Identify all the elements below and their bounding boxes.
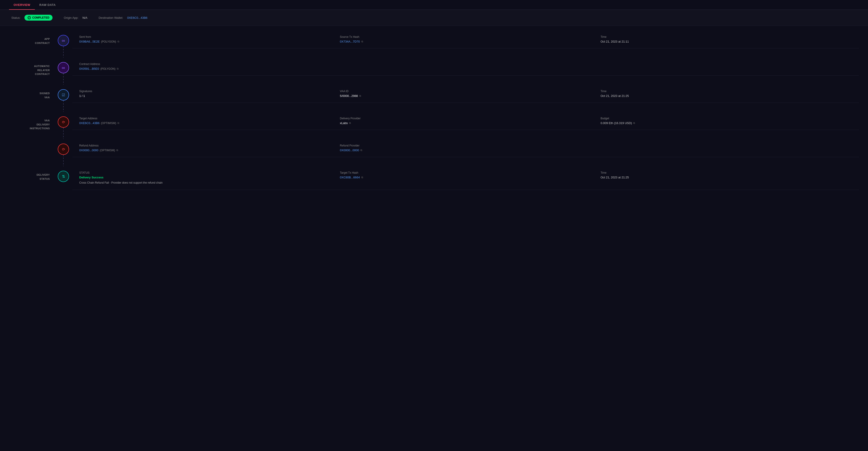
- tab-overview[interactable]: OVERVIEW: [9, 0, 35, 10]
- connector-line-vaa-delivery-1: [63, 128, 64, 139]
- content-title-delivery-status-0: STATUS: [79, 171, 338, 174]
- content-section-auto-relayer-contract-1: [340, 62, 598, 70]
- timeline-row-vaa-delivery-2: ⟳Refund Address0X0000...0000 (OPTIMISM) …: [9, 139, 859, 166]
- status-label: Status:: [11, 16, 20, 20]
- timeline-icon-signed-vaa: ☑: [58, 89, 69, 100]
- content-value-vaa-delivery-1-2: 0.009 Eth (16.319 USD) ⧉: [601, 121, 859, 125]
- content-value-vaa-delivery-2-0[interactable]: 0X0000...0000 (OPTIMISM) ⧉: [79, 149, 338, 152]
- timeline-icon-col-signed-vaa: ☑: [54, 85, 72, 112]
- content-value-vaa-delivery-1-1: xLabs ⧉: [340, 121, 598, 125]
- copy-icon[interactable]: ⧉: [633, 122, 635, 124]
- connector-line-signed-vaa: [63, 100, 64, 112]
- timeline-icon-vaa-delivery-1: ⟳: [58, 116, 69, 128]
- timeline-content-signed-vaa: Signatures1 / 1VAA ID5/0000...2988 ⧉Time…: [72, 85, 859, 103]
- timeline-content-app-contract: Sent from0X9BA6...5E2E (POLYGON) ⧉Source…: [72, 30, 859, 49]
- content-value-delivery-status-1[interactable]: 0XC80B...6664 ⧉: [340, 176, 598, 179]
- timeline-content-auto-relayer-contract: Contract Address0X0591...B5E0 (POLYGON) …: [72, 58, 859, 76]
- timeline-label-vaa-delivery-1: VAA DELIVERY INSTRUCTIONS: [9, 112, 54, 131]
- content-section-vaa-delivery-1-0: Target Address0XE6C0...43B6 (OPTIMISM) ⧉: [79, 117, 338, 125]
- timeline-content-vaa-delivery-1: Target Address0XE6C0...43B6 (OPTIMISM) ⧉…: [72, 112, 859, 130]
- timeline-icon-col-app-contract: ∞: [54, 30, 72, 58]
- timeline: APP CONTRACT∞Sent from0X9BA6...5E2E (POL…: [9, 30, 859, 190]
- content-title-vaa-delivery-1-1: Delivery Provider: [340, 117, 598, 120]
- copy-icon[interactable]: ⧉: [359, 94, 361, 97]
- content-section-vaa-delivery-1-1: Delivery ProviderxLabs ⧉: [340, 117, 598, 125]
- content-section-signed-vaa-0: Signatures1 / 1: [79, 90, 338, 97]
- content-section-app-contract-1: Source Tx Hash0X734A...7D70 ⧉: [340, 35, 598, 43]
- content-value-app-contract-1[interactable]: 0X734A...7D70 ⧉: [340, 40, 598, 43]
- destination-wallet-item: Destination Wallet: 0XE6C0...43B6: [99, 16, 148, 20]
- destination-wallet-label: Destination Wallet:: [99, 16, 123, 20]
- content-section-app-contract-0: Sent from0X9BA6...5E2E (POLYGON) ⧉: [79, 35, 338, 43]
- content-note-delivery-status-0: Cross Chain Refund Fail - Provider does …: [79, 181, 338, 185]
- content-title-auto-relayer-contract-0: Contract Address: [79, 62, 338, 66]
- content-value-signed-vaa-2: Oct 21, 2023 at 21:25: [601, 94, 859, 97]
- timeline-icon-delivery-status: ⇅: [58, 171, 69, 182]
- origin-app-label: Origin App:: [64, 16, 78, 20]
- content-title-signed-vaa-2: Time: [601, 90, 859, 93]
- timeline-icon-app-contract: ∞: [58, 35, 69, 46]
- content-section-signed-vaa-2: TimeOct 21, 2023 at 21:25: [601, 90, 859, 97]
- timeline-label-delivery-status: DELIVERY STATUS: [9, 166, 54, 181]
- content-title-delivery-status-2: Time: [601, 171, 859, 174]
- timeline-icon-col-vaa-delivery-1: ⟳: [54, 112, 72, 139]
- content-value-vaa-delivery-2-1[interactable]: 0X0000...0000 ⧉: [340, 149, 598, 152]
- content-value-app-contract-0[interactable]: 0X9BA6...5E2E (POLYGON) ⧉: [79, 40, 338, 43]
- timeline-icon-col-delivery-status: ⇅: [54, 166, 72, 182]
- timeline-row-signed-vaa: SIGNED VAA☑Signatures1 / 1VAA ID5/0000..…: [9, 85, 859, 112]
- copy-icon[interactable]: ⧉: [361, 149, 362, 152]
- main-content: APP CONTRACT∞Sent from0X9BA6...5E2E (POL…: [0, 26, 868, 194]
- check-icon: ✓: [28, 16, 31, 19]
- content-title-app-contract-1: Source Tx Hash: [340, 35, 598, 38]
- content-title-app-contract-0: Sent from: [79, 35, 338, 38]
- content-title-signed-vaa-1: VAA ID: [340, 90, 598, 93]
- content-section-delivery-status-0: STATUSDelivery SuccessCross Chain Refund…: [79, 171, 338, 185]
- timeline-content-vaa-delivery-2: Refund Address0X0000...0000 (OPTIMISM) ⧉…: [72, 139, 859, 157]
- copy-icon[interactable]: ⧉: [118, 40, 119, 43]
- connector-line-auto-relayer-contract: [63, 73, 64, 85]
- content-title-vaa-delivery-1-0: Target Address: [79, 117, 338, 120]
- content-value-auto-relayer-contract-0[interactable]: 0X0591...B5E0 (POLYGON) ⧉: [79, 67, 338, 70]
- timeline-label-app-contract: APP CONTRACT: [9, 30, 54, 45]
- timeline-icon-auto-relayer-contract: ∞: [58, 62, 69, 73]
- timeline-label-signed-vaa: SIGNED VAA: [9, 85, 54, 99]
- tab-rawdata[interactable]: RAW DATA: [35, 0, 60, 10]
- content-section-vaa-delivery-2-1: Refund Provider0X0000...0000 ⧉: [340, 144, 598, 152]
- timeline-label-vaa-delivery-2: [9, 139, 54, 146]
- timeline-row-auto-relayer-contract: AUTOMATIC RELAYER CONTRACT∞Contract Addr…: [9, 58, 859, 85]
- destination-wallet-value[interactable]: 0XE6C0...43B6: [127, 16, 148, 20]
- copy-icon[interactable]: ⧉: [361, 40, 363, 43]
- timeline-icon-col-vaa-delivery-2: ⟳: [54, 139, 72, 166]
- content-title-vaa-delivery-2-0: Refund Address: [79, 144, 338, 147]
- status-bar: Status: ✓ COMPLETED Origin App: N/A Dest…: [0, 10, 868, 26]
- content-section-signed-vaa-1: VAA ID5/0000...2988 ⧉: [340, 90, 598, 97]
- content-value-vaa-delivery-1-0[interactable]: 0XE6C0...43B6 (OPTIMISM) ⧉: [79, 121, 338, 125]
- content-section-vaa-delivery-1-2: Budget0.009 Eth (16.319 USD) ⧉: [601, 117, 859, 125]
- timeline-content-delivery-status: STATUSDelivery SuccessCross Chain Refund…: [72, 166, 859, 190]
- copy-icon[interactable]: ⧉: [118, 122, 119, 124]
- timeline-row-vaa-delivery-1: VAA DELIVERY INSTRUCTIONS⟳Target Address…: [9, 112, 859, 139]
- content-section-vaa-delivery-2-2: [601, 144, 859, 152]
- timeline-icon-col-auto-relayer-contract: ∞: [54, 58, 72, 85]
- content-value-app-contract-2: Oct 21, 2023 at 21:11: [601, 40, 859, 43]
- copy-icon[interactable]: ⧉: [361, 176, 363, 179]
- content-title-app-contract-2: Time: [601, 35, 859, 38]
- content-value-signed-vaa-0: 1 / 1: [79, 94, 338, 97]
- content-title-signed-vaa-0: Signatures: [79, 90, 338, 93]
- tabs-bar: OVERVIEW RAW DATA: [0, 0, 868, 10]
- timeline-icon-vaa-delivery-2: ⟳: [58, 144, 69, 155]
- status-value: COMPLETED: [32, 16, 49, 19]
- origin-app-value: N/A: [83, 16, 87, 20]
- content-value-delivery-status-2: Oct 21, 2023 at 21:25: [601, 176, 859, 179]
- content-section-auto-relayer-contract-2: [601, 62, 859, 70]
- connector-line-vaa-delivery-2: [63, 155, 64, 166]
- timeline-row-app-contract: APP CONTRACT∞Sent from0X9BA6...5E2E (POL…: [9, 30, 859, 58]
- status-item: Status: ✓ COMPLETED: [11, 15, 53, 21]
- copy-icon[interactable]: ⧉: [349, 122, 351, 124]
- content-section-delivery-status-1: Target Tx Hash0XC80B...6664 ⧉: [340, 171, 598, 185]
- copy-icon[interactable]: ⧉: [117, 67, 119, 70]
- content-section-app-contract-2: TimeOct 21, 2023 at 21:11: [601, 35, 859, 43]
- connector-line-app-contract: [63, 46, 64, 58]
- content-value-delivery-status-0: Delivery Success: [79, 176, 338, 179]
- copy-icon[interactable]: ⧉: [116, 149, 118, 152]
